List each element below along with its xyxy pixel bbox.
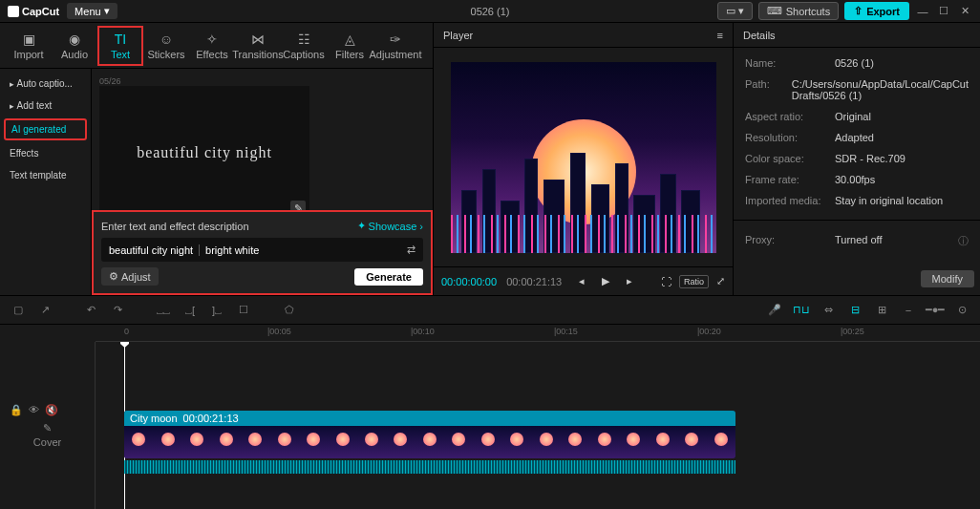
tab-stickers[interactable]: ☺Stickers (143, 28, 189, 64)
value-framerate: 30.00fps (835, 174, 969, 185)
tick-10: |00:10 (411, 327, 435, 336)
text-preview[interactable]: beautiful city night ✎ (99, 86, 309, 220)
timeline-toolbar: ▢ ↗ ↶ ↷ ⎵⎵ ⎵[ ]⎵ ☐ ⬠ 🎤 ⊓⊔ ⇔ ⊟ ⊞ − ━●━ ⊙ (0, 296, 980, 325)
prev-frame-button[interactable]: ◂ (579, 275, 585, 287)
play-button[interactable]: ▶ (602, 275, 609, 287)
timecode-current: 00:00:00:00 (441, 276, 497, 287)
cover-button[interactable]: ✎ Cover (10, 422, 85, 448)
top-bar: CapCut Menu▾ 0526 (1) ▭ ▾ ⌨ Shortcuts ⇧ … (0, 0, 980, 23)
effects-icon: ✧ (204, 32, 220, 47)
tab-text[interactable]: TIText (97, 26, 143, 66)
menu-button[interactable]: Menu▾ (67, 3, 117, 19)
prompt-title: Enter text and effect description (101, 221, 249, 232)
split-right-tool[interactable]: ]⎵ (208, 305, 225, 316)
preview-text: beautiful city night (137, 144, 272, 161)
info-icon[interactable]: ⓘ (958, 234, 969, 248)
undo-button[interactable]: ↶ (82, 304, 99, 316)
close-button[interactable]: ✕ (957, 4, 972, 19)
player-viewport[interactable] (434, 48, 733, 266)
filters-icon: ◬ (342, 32, 357, 47)
zoom-fit-icon[interactable]: ⛶ (661, 276, 671, 287)
maximize-button[interactable]: ☐ (936, 4, 951, 19)
tab-captions[interactable]: ☷Captions (281, 28, 327, 64)
media-tabs: ▣Import ◉Audio TIText ☺Stickers ✧Effects… (0, 23, 433, 69)
text-icon: TI (113, 32, 128, 47)
label-aspect: Aspect ratio: (745, 111, 827, 122)
tab-effects[interactable]: ✧Effects (189, 28, 235, 64)
sep-tool[interactable]: ☐ (235, 304, 252, 316)
video-clip[interactable]: City moon 00:00:21:13 (124, 411, 735, 458)
mic-icon[interactable]: 🎤 (766, 304, 783, 316)
audio-waveform[interactable] (124, 460, 735, 474)
split-left-tool[interactable]: ⎵[ (181, 305, 199, 316)
preview-axis-icon[interactable]: ⊟ (846, 304, 863, 316)
tab-audio[interactable]: ◉Audio (52, 28, 97, 64)
eye-icon[interactable]: 👁 (29, 404, 39, 416)
prompt-text-2: bright white (205, 244, 259, 256)
sidebar-item-effects[interactable]: Effects (4, 144, 87, 162)
select-tool[interactable]: ▢ (10, 304, 27, 316)
tab-filters[interactable]: ◬Filters (327, 28, 373, 64)
timeline-ruler[interactable]: 0 |00:05 |00:10 |00:15 |00:20 |00:25 (96, 325, 980, 342)
timeline-panel: ▢ ↗ ↶ ↷ ⎵⎵ ⎵[ ]⎵ ☐ ⬠ 🎤 ⊓⊔ ⇔ ⊟ ⊞ − ━●━ ⊙ … (0, 295, 980, 509)
audio-icon: ◉ (67, 32, 82, 47)
value-path: C:/Users/sonu/AppData/Local/CapCut Draft… (792, 78, 969, 101)
tab-transitions[interactable]: ⋈Transitions (235, 28, 281, 64)
shortcuts-button[interactable]: ⌨ Shortcuts (758, 2, 839, 20)
tick-20: |00:20 (697, 327, 721, 336)
mute-icon[interactable]: 🔇 (45, 404, 58, 416)
label-name: Name: (745, 57, 827, 69)
next-frame-button[interactable]: ▸ (627, 275, 632, 287)
track-controls: 🔒 👁 🔇 ✎ Cover (0, 342, 96, 509)
label-imported: Imported media: (745, 195, 827, 206)
split-tool[interactable]: ⎵⎵ (155, 305, 172, 316)
generate-button[interactable]: Generate (354, 268, 423, 286)
modify-button[interactable]: Modify (921, 270, 974, 287)
label-framerate: Frame rate: (745, 174, 827, 185)
label-colorspace: Color space: (745, 153, 827, 164)
clip-duration: 00:00:21:13 (183, 413, 239, 424)
value-colorspace: SDR - Rec.709 (835, 153, 969, 164)
app-logo: CapCut (8, 6, 59, 17)
project-title: 0526 (1) (471, 6, 510, 17)
timecode-duration: 00:00:21:13 (506, 276, 562, 287)
media-panel: ▣Import ◉Audio TIText ☺Stickers ✧Effects… (0, 23, 434, 295)
prompt-text-1: beautiful city night (109, 244, 193, 256)
snap-icon[interactable]: ⊞ (873, 304, 890, 316)
player-controls: 00:00:00:00 00:00:21:13 ◂ ▶ ▸ ⛶ Ratio ⤢ (434, 266, 733, 295)
value-proxy: Turned off (835, 234, 950, 248)
adjustment-icon: ✑ (388, 32, 403, 47)
export-button[interactable]: ⇧ Export (844, 2, 909, 20)
sidebar-item-auto-captions[interactable]: Auto captio... (4, 74, 87, 93)
layout-button[interactable]: ▭ ▾ (717, 2, 753, 20)
sidebar-item-text-template[interactable]: Text template (4, 166, 87, 184)
sidebar-item-ai-generated[interactable]: AI generated (4, 118, 87, 140)
adjust-button[interactable]: ⚙ Adjust (101, 267, 159, 286)
link-icon[interactable]: ⇔ (820, 304, 837, 316)
fullscreen-icon[interactable]: ⤢ (716, 275, 725, 287)
sidebar-item-add-text[interactable]: Add text (4, 96, 87, 115)
minimize-button[interactable]: — (915, 4, 930, 19)
value-resolution: Adapted (835, 132, 969, 143)
clip-name: City moon (130, 413, 178, 424)
player-menu-icon[interactable]: ≡ (717, 30, 723, 41)
value-name: 0526 (1) (835, 57, 969, 69)
arrow-tool[interactable]: ↗ (36, 304, 53, 316)
details-title: Details (743, 30, 776, 41)
player-panel: Player ≡ (434, 23, 734, 295)
timeline-tracks[interactable]: 🔒 👁 🔇 ✎ Cover City moon 00:00:21:13 (0, 342, 980, 509)
lock-icon[interactable]: 🔒 (10, 404, 23, 416)
zoom-out-icon[interactable]: − (900, 305, 917, 316)
shuffle-icon[interactable]: ⇄ (407, 244, 415, 256)
label-proxy: Proxy: (745, 234, 827, 248)
magnet-on-icon[interactable]: ⊓⊔ (793, 304, 810, 316)
redo-button[interactable]: ↷ (109, 304, 126, 316)
ratio-button[interactable]: Ratio (679, 275, 709, 288)
tab-adjustment[interactable]: ✑Adjustment (373, 28, 418, 64)
tab-import[interactable]: ▣Import (6, 28, 52, 64)
marker-tool[interactable]: ⬠ (281, 304, 298, 316)
zoom-slider[interactable]: ━●━ (927, 304, 944, 316)
prompt-input[interactable]: beautiful city night bright white ⇄ (101, 238, 423, 262)
zoom-in-icon[interactable]: ⊙ (953, 304, 970, 316)
showcase-button[interactable]: ✦ Showcase › (357, 220, 423, 232)
